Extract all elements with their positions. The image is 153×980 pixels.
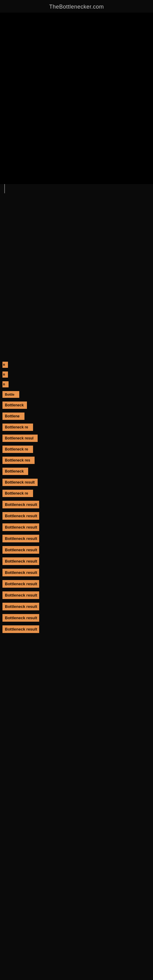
list-item: Bottleneck resul: [0, 434, 153, 442]
chart-area: [0, 13, 153, 184]
list-item: Bottleneck result: [0, 535, 153, 542]
bottleneck-result-label: Bottleneck re: [2, 445, 33, 453]
list-item: Bottleneck result: [0, 625, 153, 633]
list-item: B: [0, 371, 153, 378]
bottleneck-result-label: Bottleneck result: [2, 501, 39, 508]
bottleneck-result-label: Bottleneck result: [2, 546, 39, 554]
bottleneck-result-label: Bottleneck result: [2, 591, 39, 599]
bottleneck-result-label: Bottlene: [2, 412, 24, 420]
bottleneck-result-label: Bottleneck result: [2, 580, 39, 588]
list-item: Bottleneck result: [0, 512, 153, 520]
site-title: TheBottlenecker.com: [0, 0, 153, 13]
bottleneck-result-label: Bottleneck result: [2, 557, 39, 565]
bottleneck-result-label: Bottleneck result: [2, 569, 39, 576]
bottleneck-result-label: Bottleneck resul: [2, 434, 38, 442]
bottleneck-result-label: Bottleneck result: [2, 625, 39, 633]
bottleneck-result-label: B: [2, 362, 8, 368]
list-item: Bottleneck result: [0, 557, 153, 565]
list-item: Bottleneck result: [0, 580, 153, 588]
list-item: Bottle: [0, 391, 153, 398]
bottleneck-result-label: Bottleneck result: [2, 479, 38, 486]
list-item: Bottleneck result: [0, 614, 153, 622]
bottleneck-result-label: B: [2, 371, 8, 378]
bottleneck-result-label: Bottleneck result: [2, 512, 39, 520]
list-item: Bottleneck re: [0, 423, 153, 431]
bottleneck-result-label: Bottleneck: [2, 401, 27, 409]
bottleneck-result-label: B: [2, 381, 9, 387]
bottleneck-result-label: Bottleneck: [2, 468, 28, 475]
bottleneck-result-label: Bottleneck result: [2, 535, 39, 542]
main-container: BBBBottleBottleneckBottleneBottleneck re…: [0, 13, 153, 643]
bottleneck-result-label: Bottleneck res: [2, 457, 35, 464]
list-item: Bottleneck result: [0, 523, 153, 531]
list-item: Bottleneck: [0, 401, 153, 409]
vertical-line-indicator: [4, 184, 5, 193]
list-item: Bottleneck result: [0, 501, 153, 508]
list-item: B: [0, 381, 153, 387]
bottleneck-result-label: Bottleneck result: [2, 614, 39, 622]
bottleneck-result-label: Bottleneck re: [2, 423, 33, 431]
results-section: BBBBottleBottleneckBottleneBottleneck re…: [0, 362, 153, 643]
list-item: Bottleneck re: [0, 490, 153, 497]
list-item: Bottleneck result: [0, 591, 153, 599]
bottleneck-result-label: Bottle: [2, 391, 19, 398]
list-item: Bottleneck result: [0, 546, 153, 554]
list-item: Bottleneck re: [0, 445, 153, 453]
list-item: B: [0, 362, 153, 368]
list-item: Bottleneck result: [0, 603, 153, 610]
list-item: Bottleneck res: [0, 457, 153, 464]
bottleneck-result-label: Bottleneck result: [2, 603, 39, 610]
bottleneck-result-label: Bottleneck re: [2, 490, 33, 497]
bottleneck-result-label: Bottleneck result: [2, 523, 39, 531]
list-item: Bottlene: [0, 412, 153, 420]
list-item: Bottleneck result: [0, 479, 153, 486]
list-item: Bottleneck: [0, 468, 153, 475]
list-item: Bottleneck result: [0, 569, 153, 576]
